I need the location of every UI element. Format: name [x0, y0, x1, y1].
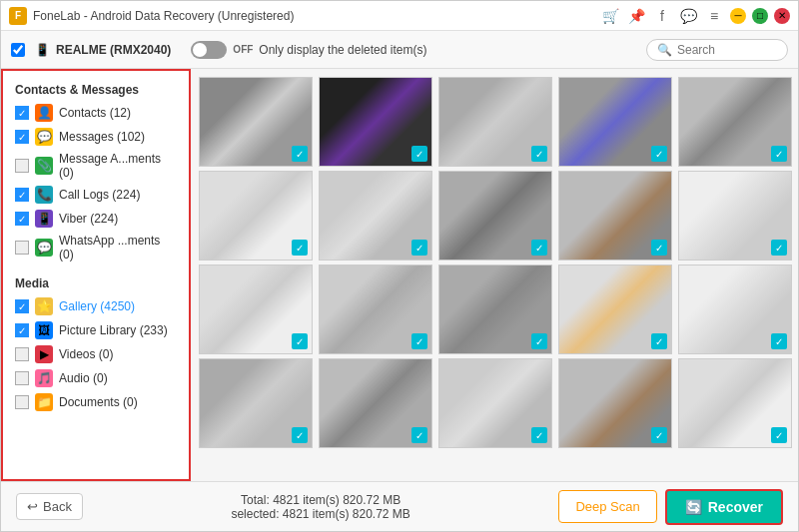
videos-label: Videos (0)	[59, 347, 113, 361]
gallery-row	[199, 358, 790, 448]
sidebar: Contacts & Messages 👤 Contacts (12) 💬 Me…	[1, 69, 191, 481]
sidebar-item-gallery[interactable]: ⭐ Gallery (4250)	[3, 294, 189, 318]
gallery-item[interactable]	[678, 77, 792, 167]
sidebar-item-documents[interactable]: 📁 Documents (0)	[3, 390, 189, 414]
search-box[interactable]: 🔍	[646, 39, 788, 61]
gallery-item-check[interactable]	[411, 333, 427, 349]
whatsapp-checkbox[interactable]	[15, 241, 29, 255]
gallery-item[interactable]	[319, 358, 432, 448]
documents-checkbox[interactable]	[15, 395, 29, 409]
cart-icon[interactable]: 🛒	[600, 6, 620, 26]
pin-icon[interactable]: 📌	[626, 6, 646, 26]
menu-icon[interactable]: ≡	[704, 6, 724, 26]
gallery-item[interactable]	[438, 358, 552, 448]
gallery-item[interactable]	[199, 265, 313, 354]
gallery-item-check[interactable]	[651, 146, 667, 162]
title-left: F FoneLab - Android Data Recovery (Unreg…	[9, 7, 294, 25]
sidebar-item-call-logs[interactable]: 📞 Call Logs (224)	[3, 183, 189, 207]
gallery-item-check[interactable]	[771, 333, 787, 349]
gallery-item[interactable]	[558, 77, 672, 167]
gallery-item[interactable]	[438, 171, 552, 261]
gallery-item[interactable]	[319, 77, 432, 167]
app-window: F FoneLab - Android Data Recovery (Unreg…	[0, 0, 799, 532]
close-button[interactable]: ✕	[774, 8, 790, 24]
recover-icon: 🔄	[685, 499, 702, 515]
gallery-item[interactable]	[678, 358, 792, 448]
messages-icon: 💬	[35, 128, 53, 146]
whatsapp-label: WhatsApp ...ments (0)	[59, 234, 177, 262]
viber-checkbox[interactable]	[15, 212, 29, 226]
chat-icon[interactable]: 💬	[678, 6, 698, 26]
toggle-area: OFF Only display the deleted item(s)	[191, 41, 426, 59]
gallery-item-check[interactable]	[411, 146, 427, 162]
gallery-checkbox[interactable]	[15, 299, 29, 313]
facebook-icon[interactable]: f	[652, 6, 672, 26]
gallery-item[interactable]	[438, 77, 552, 167]
back-label: Back	[43, 499, 72, 514]
contacts-checkbox[interactable]	[15, 106, 29, 120]
gallery-item[interactable]	[558, 171, 672, 261]
deep-scan-button[interactable]: Deep Scan	[558, 490, 656, 523]
messages-checkbox[interactable]	[15, 130, 29, 144]
audio-label: Audio (0)	[59, 371, 108, 385]
device-info: 📱 REALME (RMX2040)	[35, 43, 171, 57]
sidebar-item-contacts[interactable]: 👤 Contacts (12)	[3, 101, 189, 125]
gallery-item-check[interactable]	[292, 427, 308, 443]
sidebar-item-viber[interactable]: 📱 Viber (224)	[3, 207, 189, 231]
gallery-item[interactable]	[438, 265, 552, 354]
gallery-item-check[interactable]	[531, 146, 547, 162]
picture-lib-checkbox[interactable]	[15, 323, 29, 337]
gallery-item[interactable]	[199, 171, 313, 261]
deleted-toggle[interactable]	[191, 41, 227, 59]
gallery-item-check[interactable]	[771, 146, 787, 162]
gallery-item-check[interactable]	[411, 427, 427, 443]
audio-checkbox[interactable]	[15, 371, 29, 385]
gallery-item-check[interactable]	[651, 333, 667, 349]
sidebar-item-picture-library[interactable]: 🖼 Picture Library (233)	[3, 318, 189, 342]
videos-checkbox[interactable]	[15, 347, 29, 361]
sidebar-item-message-attachments[interactable]: 📎 Message A...ments (0)	[3, 149, 189, 183]
recover-button[interactable]: 🔄 Recover	[665, 489, 783, 525]
sidebar-item-videos[interactable]: ▶ Videos (0)	[3, 342, 189, 366]
gallery-item[interactable]	[199, 77, 313, 167]
bottom-bar: ↩ Back Total: 4821 item(s) 820.72 MB sel…	[1, 481, 798, 531]
gallery-item[interactable]	[558, 265, 672, 354]
gallery-item-check[interactable]	[531, 427, 547, 443]
gallery-item-check[interactable]	[292, 146, 308, 162]
viber-icon: 📱	[35, 210, 53, 228]
gallery-item-check[interactable]	[771, 427, 787, 443]
back-button[interactable]: ↩ Back	[16, 493, 83, 520]
sidebar-item-messages[interactable]: 💬 Messages (102)	[3, 125, 189, 149]
sidebar-item-whatsapp[interactable]: 💬 WhatsApp ...ments (0)	[3, 231, 189, 265]
toggle-off-label: OFF	[233, 44, 253, 55]
device-checkbox[interactable]	[11, 43, 25, 57]
gallery-item[interactable]	[678, 265, 792, 354]
maximize-button[interactable]: □	[752, 8, 768, 24]
gallery-item-check[interactable]	[651, 427, 667, 443]
gallery-item-check[interactable]	[531, 240, 547, 256]
gallery-item[interactable]	[678, 171, 792, 261]
gallery-item-check[interactable]	[292, 240, 308, 256]
gallery-item[interactable]	[319, 265, 432, 354]
toggle-description: Only display the deleted item(s)	[259, 43, 426, 57]
gallery-label: Gallery (4250)	[59, 299, 135, 313]
calllogs-checkbox[interactable]	[15, 188, 29, 202]
gallery-item[interactable]	[319, 171, 432, 261]
gallery-item-check[interactable]	[411, 240, 427, 256]
gallery-item-check[interactable]	[531, 333, 547, 349]
msg-attach-checkbox[interactable]	[15, 159, 29, 173]
gallery-row	[199, 77, 790, 167]
search-input[interactable]	[677, 43, 777, 57]
gallery-item-check[interactable]	[771, 240, 787, 256]
minimize-button[interactable]: ─	[730, 8, 746, 24]
gallery-item-check[interactable]	[292, 333, 308, 349]
sidebar-item-audio[interactable]: 🎵 Audio (0)	[3, 366, 189, 390]
msg-attach-label: Message A...ments (0)	[59, 152, 177, 180]
title-bar: F FoneLab - Android Data Recovery (Unreg…	[1, 1, 798, 31]
gallery-item[interactable]	[558, 358, 672, 448]
picture-lib-label: Picture Library (233)	[59, 323, 168, 337]
documents-label: Documents (0)	[59, 395, 138, 409]
whatsapp-icon: 💬	[35, 239, 53, 257]
gallery-item-check[interactable]	[651, 240, 667, 256]
gallery-item[interactable]	[199, 358, 313, 448]
